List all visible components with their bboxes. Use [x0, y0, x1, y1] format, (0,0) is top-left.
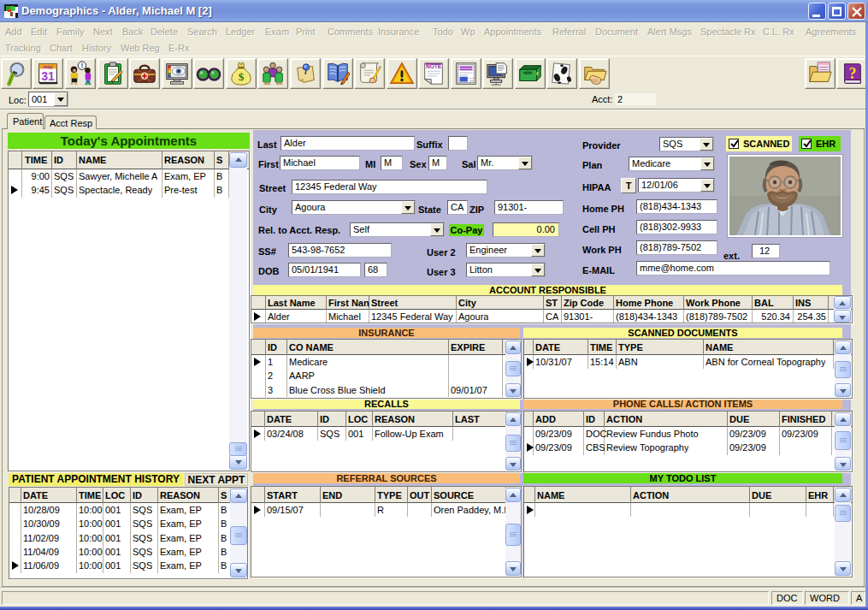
svg-text:?: ?	[848, 65, 856, 82]
svg-text:$: $	[239, 70, 245, 83]
svg-text:!: !	[81, 62, 84, 69]
svg-text:31: 31	[41, 69, 55, 83]
